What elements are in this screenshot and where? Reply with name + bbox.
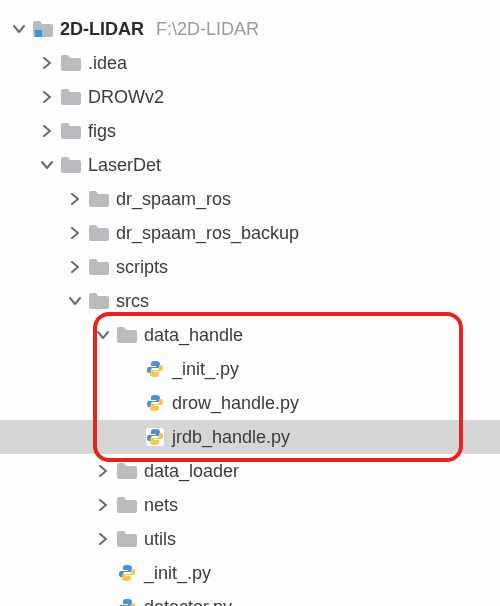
tree-row[interactable]: jrdb_handle.py: [0, 420, 500, 454]
tree-row[interactable]: _init_.py: [0, 352, 500, 386]
tree-item-label: LaserDet: [88, 155, 161, 176]
tree-item-label: .idea: [88, 53, 127, 74]
tree-row[interactable]: nets: [0, 488, 500, 522]
tree-row[interactable]: detector.py: [0, 590, 500, 606]
tree-item-label: dr_spaam_ros_backup: [116, 223, 299, 244]
project-tree[interactable]: 2D-LIDARF:\2D-LIDAR .idea DROWv2 figs La…: [0, 0, 500, 606]
tree-item-label: drow_handle.py: [172, 393, 299, 414]
folder-icon: [88, 290, 110, 312]
tree-row[interactable]: data_loader: [0, 454, 500, 488]
python-icon: [144, 392, 166, 414]
tree-row[interactable]: data_handle: [0, 318, 500, 352]
tree-item-label: detector.py: [144, 597, 232, 607]
chevron-right-icon[interactable]: [94, 496, 112, 514]
project-folder-icon: [32, 18, 54, 40]
folder-icon: [60, 52, 82, 74]
tree-item-label: jrdb_handle.py: [172, 427, 290, 448]
tree-item-label: _init_.py: [172, 359, 239, 380]
folder-icon: [60, 154, 82, 176]
chevron-right-icon[interactable]: [66, 190, 84, 208]
chevron-right-icon[interactable]: [66, 258, 84, 276]
tree-row[interactable]: LaserDet: [0, 148, 500, 182]
tree-item-label: srcs: [116, 291, 149, 312]
tree-row[interactable]: drow_handle.py: [0, 386, 500, 420]
folder-icon: [88, 256, 110, 278]
tree-row[interactable]: dr_spaam_ros_backup: [0, 216, 500, 250]
chevron-right-icon[interactable]: [38, 122, 56, 140]
folder-icon: [116, 528, 138, 550]
python-icon: [144, 426, 166, 448]
tree-row[interactable]: 2D-LIDARF:\2D-LIDAR: [0, 12, 500, 46]
tree-row[interactable]: dr_spaam_ros: [0, 182, 500, 216]
chevron-right-icon[interactable]: [94, 530, 112, 548]
tree-row[interactable]: scripts: [0, 250, 500, 284]
tree-row[interactable]: _init_.py: [0, 556, 500, 590]
tree-row[interactable]: srcs: [0, 284, 500, 318]
python-icon: [116, 596, 138, 606]
folder-icon: [60, 86, 82, 108]
chevron-down-icon[interactable]: [38, 156, 56, 174]
tree-row[interactable]: .idea: [0, 46, 500, 80]
chevron-right-icon[interactable]: [66, 224, 84, 242]
tree-item-label: nets: [144, 495, 178, 516]
folder-icon: [60, 120, 82, 142]
folder-icon: [88, 188, 110, 210]
tree-row[interactable]: figs: [0, 114, 500, 148]
chevron-right-icon[interactable]: [94, 462, 112, 480]
tree-item-label: data_handle: [144, 325, 243, 346]
folder-icon: [116, 494, 138, 516]
svg-rect-0: [35, 30, 42, 37]
tree-item-label: utils: [144, 529, 176, 550]
tree-item-label: scripts: [116, 257, 168, 278]
chevron-down-icon[interactable]: [10, 20, 28, 38]
python-icon: [144, 358, 166, 380]
folder-icon: [116, 460, 138, 482]
tree-item-label: figs: [88, 121, 116, 142]
chevron-right-icon[interactable]: [38, 54, 56, 72]
tree-row[interactable]: utils: [0, 522, 500, 556]
tree-row[interactable]: DROWv2: [0, 80, 500, 114]
tree-item-label: 2D-LIDAR: [60, 19, 144, 40]
tree-item-label: _init_.py: [144, 563, 211, 584]
chevron-down-icon[interactable]: [66, 292, 84, 310]
chevron-down-icon[interactable]: [94, 326, 112, 344]
folder-icon: [116, 324, 138, 346]
tree-item-label: data_loader: [144, 461, 239, 482]
chevron-right-icon[interactable]: [38, 88, 56, 106]
tree-item-label: DROWv2: [88, 87, 164, 108]
folder-icon: [88, 222, 110, 244]
python-icon: [116, 562, 138, 584]
tree-item-label: dr_spaam_ros: [116, 189, 231, 210]
tree-item-path: F:\2D-LIDAR: [156, 19, 259, 40]
